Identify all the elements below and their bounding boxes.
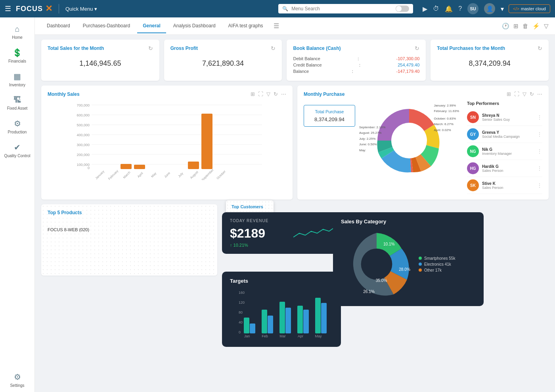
category-donut-svg: 10.1% 28.0% 26.1% 35.0% bbox=[341, 228, 412, 300]
monthly-sales-chart-card: Monthly Sales ⊞ ⛶ ▽ ↻ ⋯ bbox=[41, 86, 293, 200]
tab-bar: Dashboard Purchases-Dashboard General An… bbox=[35, 17, 555, 35]
svg-rect-41 bbox=[244, 318, 249, 333]
total-purchases-card: Total Purchases for the Month ↻ 8,374,20… bbox=[431, 40, 549, 81]
top5-title: Top 5 Products bbox=[48, 210, 82, 215]
sidebar-label-quality-control: Quality Control bbox=[4, 154, 30, 158]
book-balance-title: Book Balance (Cash) bbox=[293, 46, 341, 51]
floating-widgets: Top Customers TODAY REVENUE $2189 ↑ 10.2… bbox=[222, 204, 549, 276]
hamburger-icon[interactable]: ☰ bbox=[5, 4, 11, 13]
header: ☰ FOCUS ✕ Quick Menu ▾ 🔍 ▶ ⏱ 🔔 ? SU 👤 ▾ … bbox=[0, 0, 555, 17]
tp-more-3[interactable]: ⋮ bbox=[537, 148, 542, 154]
expand-icon-2[interactable]: ⛶ bbox=[514, 91, 519, 97]
chevron-down-icon[interactable]: ▾ bbox=[501, 5, 504, 13]
svg-rect-42 bbox=[250, 323, 255, 333]
total-purchase-value: 8,374,209.94 bbox=[310, 116, 349, 122]
top5-products-card: Top 5 Products FOCUS 8-WEB (020) bbox=[41, 204, 217, 276]
clock-icon[interactable]: ⏱ bbox=[433, 5, 439, 12]
sidebar-item-inventory[interactable]: ▦ Inventory bbox=[0, 68, 34, 91]
sidebar-item-financials[interactable]: 💲 Financials bbox=[0, 44, 34, 68]
sidebar-item-home[interactable]: ⌂ Home bbox=[0, 21, 34, 44]
tab-general[interactable]: General bbox=[137, 19, 166, 33]
refresh-chart-icon[interactable]: ↻ bbox=[274, 91, 278, 97]
refresh-gross-icon[interactable]: ↻ bbox=[271, 45, 276, 51]
grid-icon-2[interactable]: ⊞ bbox=[507, 91, 511, 97]
refresh-book-icon[interactable]: ↻ bbox=[415, 45, 419, 51]
play-icon[interactable]: ▶ bbox=[423, 5, 427, 13]
grid-icon[interactable]: ⊞ bbox=[251, 91, 255, 97]
svg-text:Mar: Mar bbox=[279, 334, 286, 338]
refresh-sales-icon[interactable]: ↻ bbox=[148, 45, 153, 51]
sparkline-svg bbox=[293, 225, 333, 241]
svg-rect-44 bbox=[268, 316, 273, 333]
bell-icon[interactable]: 🔔 bbox=[445, 5, 453, 13]
sidebar-label-home: Home bbox=[12, 35, 23, 40]
sidebar-label-fixed-asset: Fixed Asset bbox=[7, 106, 28, 111]
clock-tab-icon[interactable]: 🕐 bbox=[502, 23, 509, 30]
sidebar-item-settings[interactable]: ⚙ Settings bbox=[0, 368, 34, 392]
user-avatar: 👤 bbox=[484, 3, 495, 14]
svg-text:0: 0 bbox=[239, 330, 241, 334]
tab-purchases-dashboard[interactable]: Purchases-Dashboard bbox=[77, 19, 136, 33]
tp-more-1[interactable]: ⋮ bbox=[537, 114, 542, 120]
master-cloud-button[interactable]: </> master cloud bbox=[509, 4, 550, 13]
svg-rect-49 bbox=[315, 298, 321, 333]
tp-item-4: HG Hardik G Sales Person ⋮ bbox=[467, 160, 542, 177]
filter-icon-2[interactable]: ▽ bbox=[522, 91, 526, 97]
donut-labels-left: September: 2.16% August: 25.27% July: 2.… bbox=[359, 125, 385, 153]
refresh-purchases-icon[interactable]: ↻ bbox=[538, 45, 542, 51]
svg-text:400,000: 400,000 bbox=[77, 133, 90, 137]
sidebar: ⌂ Home 💲 Financials ▦ Inventory 🏗 Fixed … bbox=[0, 17, 35, 392]
funnel-tab-icon[interactable]: ▽ bbox=[544, 23, 549, 30]
tp-more-4[interactable]: ⋮ bbox=[537, 165, 542, 171]
sidebar-label-inventory: Inventory bbox=[9, 83, 25, 88]
more-chart-icon[interactable]: ⋯ bbox=[281, 91, 286, 97]
svg-rect-17 bbox=[121, 164, 132, 169]
tp-item-2: GY Greeva Y Social Media Campaign ⋮ bbox=[467, 126, 542, 143]
monthly-sales-chart-title: Monthly Sales bbox=[48, 91, 80, 97]
help-icon[interactable]: ? bbox=[458, 5, 462, 12]
svg-text:0: 0 bbox=[88, 166, 90, 170]
sales-by-category-card: Sales By Category bbox=[333, 212, 484, 306]
refresh-chart-icon-2[interactable]: ↻ bbox=[530, 91, 534, 97]
sidebar-item-quality-control[interactable]: ✔ Quality Control bbox=[0, 139, 34, 162]
expand-icon[interactable]: ⛶ bbox=[258, 91, 263, 97]
top-performers-panel: Top Performers SN Shreya N Senior Sales … bbox=[463, 101, 542, 194]
filter-tab-icon[interactable]: ⚡ bbox=[532, 23, 540, 30]
user-badge: SU bbox=[467, 3, 478, 14]
search-bar[interactable]: 🔍 bbox=[278, 4, 413, 13]
more-chart-icon-2[interactable]: ⋯ bbox=[537, 91, 542, 97]
tp-more-5[interactable]: ⋮ bbox=[537, 182, 542, 188]
total-sales-title: Total Sales for the Month bbox=[48, 46, 104, 51]
stat-cards-row: Total Sales for the Month ↻ 1,146,945.65… bbox=[41, 40, 549, 81]
svg-point-35 bbox=[391, 123, 427, 158]
tab-dashboard[interactable]: Dashboard bbox=[41, 19, 76, 33]
svg-text:May: May bbox=[150, 171, 157, 178]
search-input[interactable] bbox=[291, 6, 392, 11]
tp-name-4: Hardik G bbox=[482, 164, 534, 169]
search-toggle[interactable] bbox=[396, 6, 409, 12]
more-tabs-icon[interactable]: ☰ bbox=[274, 22, 279, 30]
svg-rect-47 bbox=[297, 306, 303, 333]
svg-text:80: 80 bbox=[239, 310, 243, 314]
svg-text:10.1%: 10.1% bbox=[383, 242, 395, 246]
legend-electronics: Electronics 41k bbox=[419, 262, 455, 266]
svg-text:May: May bbox=[315, 334, 322, 338]
sidebar-item-fixed-asset[interactable]: 🏗 Fixed Asset bbox=[0, 91, 34, 115]
monthly-purchase-chart-title: Monthly Purchase bbox=[304, 91, 344, 97]
tp-avatar-2: GY bbox=[467, 128, 479, 140]
tp-more-2[interactable]: ⋮ bbox=[537, 131, 542, 137]
tab-aifa-test-graphs[interactable]: AIFA test graphs bbox=[223, 19, 269, 33]
svg-rect-50 bbox=[321, 303, 327, 333]
filter-icon[interactable]: ▽ bbox=[266, 91, 270, 97]
layout-tab-icon[interactable]: ⊞ bbox=[513, 23, 519, 30]
tab-analysis-dashboard[interactable]: Analysis Dashboard bbox=[168, 19, 221, 33]
quick-menu-button[interactable]: Quick Menu ▾ bbox=[65, 6, 97, 12]
total-purchases-value: 8,374,209.94 bbox=[437, 56, 542, 71]
svg-text:March: March bbox=[122, 171, 131, 179]
delete-tab-icon[interactable]: 🗑 bbox=[522, 23, 528, 30]
monthly-purchase-chart-card: Monthly Purchase ⊞ ⛶ ▽ ↻ ⋯ Total Purchas… bbox=[297, 86, 549, 200]
balance-label: Balance bbox=[293, 69, 309, 74]
sidebar-item-production[interactable]: ⚙ Production bbox=[0, 115, 34, 139]
purchase-total-box: Total Purchase 8,374,209.94 bbox=[304, 101, 355, 127]
chevron-down-icon: ▾ bbox=[94, 6, 97, 12]
